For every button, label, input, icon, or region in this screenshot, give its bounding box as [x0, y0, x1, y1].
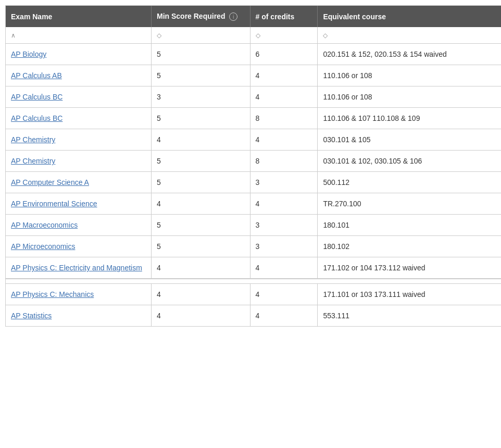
- cell-equiv: 500.112: [318, 172, 501, 193]
- header-exam-name[interactable]: Exam Name: [6, 6, 151, 27]
- separator: [6, 279, 501, 284]
- cell-exam: AP Microeconomics: [6, 236, 151, 257]
- sort-diamond-score: ◇: [157, 32, 161, 39]
- exam-link[interactable]: AP Statistics: [11, 312, 52, 320]
- cell-score: 5: [151, 108, 250, 129]
- table-row: AP Physics C: Electricity and Magnetism …: [6, 257, 501, 279]
- sort-equiv[interactable]: ◇: [318, 27, 501, 44]
- exam-link[interactable]: AP Biology: [11, 50, 46, 58]
- exam-link[interactable]: AP Computer Science A: [11, 178, 89, 186]
- cell-credits: 4: [250, 129, 318, 151]
- table-separator-row: [6, 279, 501, 284]
- cell-score: 4: [151, 193, 250, 215]
- cell-exam: AP Chemistry: [6, 129, 151, 151]
- cell-equiv: 180.101: [318, 215, 501, 236]
- cell-equiv: 180.102: [318, 236, 501, 257]
- exam-link[interactable]: AP Chemistry: [11, 135, 55, 144]
- cell-equiv: 030.101 & 105: [318, 129, 501, 151]
- sort-exam[interactable]: ∧: [6, 27, 151, 44]
- header-credits[interactable]: # of credits: [250, 6, 318, 27]
- exam-link[interactable]: AP Physics C: Electricity and Magnetism: [11, 264, 142, 272]
- cell-credits: 6: [250, 44, 318, 65]
- exam-link[interactable]: AP Calculus BC: [11, 114, 62, 122]
- table-row: AP Macroeconomics 5 3 180.101: [6, 215, 501, 236]
- cell-equiv: 020.151 & 152, 020.153 & 154 waived: [318, 44, 501, 65]
- table-row: AP Biology 5 6 020.151 & 152, 020.153 & …: [6, 44, 501, 65]
- table-row: AP Statistics 4 4 553.111: [6, 305, 501, 327]
- cell-exam: AP Biology: [6, 44, 151, 65]
- cell-exam: AP Calculus BC: [6, 86, 151, 108]
- sort-diamond-credits: ◇: [256, 32, 260, 39]
- sort-score[interactable]: ◇: [151, 27, 250, 44]
- cell-credits: 4: [250, 305, 318, 327]
- info-icon[interactable]: i: [229, 13, 237, 21]
- table-row: AP Calculus BC 3 4 110.106 or 108: [6, 86, 501, 108]
- table-header-row: Exam Name Min Score Required i # of cred…: [6, 6, 501, 27]
- exam-link[interactable]: AP Environmental Science: [11, 200, 97, 208]
- cell-equiv: 110.106 & 107 110.108 & 109: [318, 108, 501, 129]
- header-min-score[interactable]: Min Score Required i: [151, 6, 250, 27]
- sort-credits[interactable]: ◇: [250, 27, 318, 44]
- ap-credits-table: Exam Name Min Score Required i # of cred…: [5, 5, 501, 327]
- cell-score: 5: [151, 44, 250, 65]
- cell-credits: 4: [250, 257, 318, 279]
- cell-credits: 8: [250, 108, 318, 129]
- cell-exam: AP Physics C: Electricity and Magnetism: [6, 257, 151, 279]
- cell-exam: AP Calculus AB: [6, 65, 151, 86]
- cell-exam: AP Chemistry: [6, 151, 151, 172]
- cell-exam: AP Computer Science A: [6, 172, 151, 193]
- exam-link[interactable]: AP Physics C: Mechanics: [11, 290, 94, 298]
- cell-credits: 4: [250, 284, 318, 305]
- cell-equiv: 553.111: [318, 305, 501, 327]
- cell-score: 3: [151, 86, 250, 108]
- cell-equiv: 171.101 or 103 173.111 waived: [318, 284, 501, 305]
- table-row: AP Chemistry 5 8 030.101 & 102, 030.105 …: [6, 151, 501, 172]
- cell-credits: 4: [250, 65, 318, 86]
- cell-score: 5: [151, 65, 250, 86]
- cell-exam: AP Environmental Science: [6, 193, 151, 215]
- cell-score: 4: [151, 305, 250, 327]
- table-row: AP Computer Science A 5 3 500.112: [6, 172, 501, 193]
- cell-score: 5: [151, 151, 250, 172]
- cell-equiv: 110.106 or 108: [318, 65, 501, 86]
- header-equiv-course[interactable]: Equivalent course: [318, 6, 501, 27]
- cell-equiv: TR.270.100: [318, 193, 501, 215]
- cell-exam: AP Physics C: Mechanics: [6, 284, 151, 305]
- cell-credits: 3: [250, 215, 318, 236]
- cell-score: 5: [151, 236, 250, 257]
- cell-equiv: 110.106 or 108: [318, 86, 501, 108]
- exam-link[interactable]: AP Chemistry: [11, 157, 55, 165]
- cell-exam: AP Calculus BC: [6, 108, 151, 129]
- sort-up-icon: ∧: [11, 32, 16, 39]
- table-row: AP Physics C: Mechanics 4 4 171.101 or 1…: [6, 284, 501, 305]
- table-row: AP Environmental Science 4 4 TR.270.100: [6, 193, 501, 215]
- cell-credits: 3: [250, 172, 318, 193]
- cell-score: 4: [151, 257, 250, 279]
- cell-score: 5: [151, 172, 250, 193]
- cell-score: 5: [151, 215, 250, 236]
- cell-score: 4: [151, 129, 250, 151]
- cell-credits: 8: [250, 151, 318, 172]
- table-row: AP Calculus BC 5 8 110.106 & 107 110.108…: [6, 108, 501, 129]
- table-row: AP Microeconomics 5 3 180.102: [6, 236, 501, 257]
- cell-equiv: 171.102 or 104 173.112 waived: [318, 257, 501, 279]
- cell-credits: 3: [250, 236, 318, 257]
- cell-credits: 4: [250, 193, 318, 215]
- exam-link[interactable]: AP Calculus BC: [11, 93, 62, 101]
- cell-equiv: 030.101 & 102, 030.105 & 106: [318, 151, 501, 172]
- sort-icons-row: ∧ ◇ ◇ ◇: [6, 27, 501, 44]
- exam-link[interactable]: AP Calculus AB: [11, 71, 62, 80]
- table-row: AP Chemistry 4 4 030.101 & 105: [6, 129, 501, 151]
- cell-exam: AP Macroeconomics: [6, 215, 151, 236]
- sort-diamond-equiv: ◇: [323, 32, 328, 39]
- cell-score: 4: [151, 284, 250, 305]
- cell-credits: 4: [250, 86, 318, 108]
- exam-link[interactable]: AP Microeconomics: [11, 242, 75, 251]
- cell-exam: AP Statistics: [6, 305, 151, 327]
- exam-link[interactable]: AP Macroeconomics: [11, 221, 78, 229]
- table-row: AP Calculus AB 5 4 110.106 or 108: [6, 65, 501, 86]
